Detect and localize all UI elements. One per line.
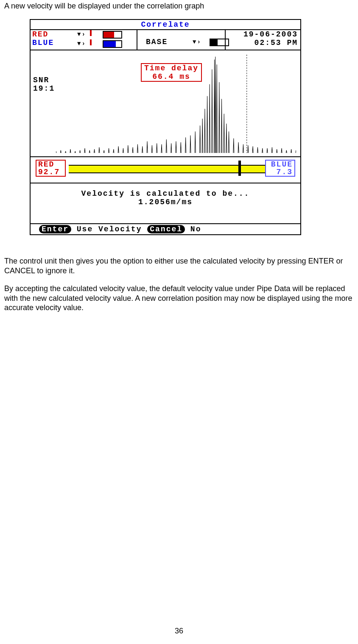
enter-action-text: Use Velocity (71, 225, 147, 233)
prompt-bar: Enter Use Velocity Cancel No (31, 223, 300, 234)
signal-icon (90, 30, 92, 36)
battery-icon (103, 31, 122, 39)
red-distance-box: RED 92.7 (36, 160, 66, 177)
cancel-action-text: No (185, 225, 201, 233)
signal-icon (90, 39, 92, 45)
intro-text: A new velocity will be displayed under t… (4, 2, 354, 11)
blue-distance-box: BLUE 7.3 (265, 160, 295, 177)
antenna-icon: ▼› (77, 40, 86, 47)
device-screenshot: Correlate RED BLUE ▼› ▼› BASE ▼› (30, 19, 301, 235)
red-station-label: RED (32, 30, 48, 39)
antenna-icon: ▼› (77, 31, 86, 38)
status-bar: RED BLUE ▼› ▼› BASE ▼› 19-06-2003 02:53 (31, 30, 300, 50)
cancel-key-chip[interactable]: Cancel (147, 225, 185, 233)
pipe-bar: RED 92.7 BLUE 7.3 (31, 157, 300, 183)
velocity-line1: Velocity is calculated to be... (31, 189, 300, 198)
red-box-value: 92.7 (38, 168, 60, 176)
base-label: BASE (146, 38, 168, 46)
red-box-label: RED (38, 161, 60, 168)
pipe-graphic (69, 165, 266, 173)
time-value: 02:53 PM (226, 39, 298, 47)
velocity-line2: 1.2056m/ms (31, 198, 300, 206)
page-number: 36 (0, 627, 358, 636)
antenna-icon: ▼› (193, 39, 201, 45)
body-paragraph-1: The control unit then gives you the opti… (4, 256, 354, 275)
date-value: 19-06-2003 (226, 30, 298, 39)
body-paragraph-2: By accepting the calculated velocity val… (4, 284, 354, 313)
blue-box-value: 7.3 (271, 168, 293, 176)
battery-icon (103, 40, 122, 48)
velocity-readout: Velocity is calculated to be... 1.2056m/… (31, 183, 300, 223)
leak-position-marker (238, 161, 241, 176)
snr-label: SNR (33, 76, 55, 84)
blue-box-label: BLUE (271, 161, 293, 168)
correlation-plot (56, 55, 296, 153)
correlation-graph: SNR 19:1 Time delay 66.4 ms (31, 50, 300, 157)
snr-value: 19:1 (33, 84, 55, 93)
blue-station-label: BLUE (32, 39, 54, 47)
enter-key-chip[interactable]: Enter (39, 225, 71, 233)
screen-title: Correlate (31, 20, 300, 30)
battery-icon (210, 39, 229, 46)
